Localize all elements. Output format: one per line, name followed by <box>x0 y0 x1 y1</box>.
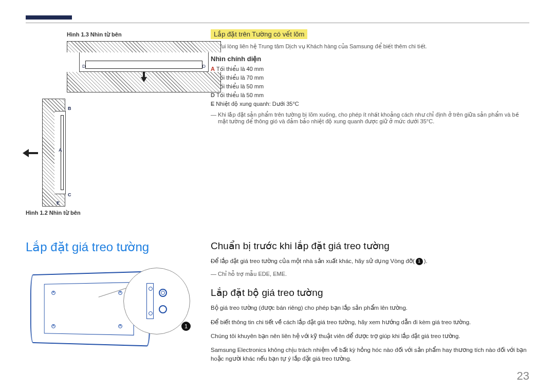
figure-caption-side: Hình 1.2 Nhìn từ bên <box>26 210 190 216</box>
tv-top-view <box>85 61 202 69</box>
zoom-detail-circle: 1 <box>123 268 190 334</box>
contact-note: Vui lòng liên hệ Trung tâm Dịch vụ Khách… <box>211 43 529 50</box>
figure-top-view: D D <box>67 41 221 92</box>
indented-wall-section: Lắp đặt trên Tường có vết lõm Vui lòng l… <box>211 29 529 219</box>
arrow-down-icon <box>141 77 147 82</box>
label-b: B <box>68 106 71 111</box>
kit-p1: Bộ giá treo tường (được bán riêng) cho p… <box>211 304 529 312</box>
label-a: A <box>59 147 62 153</box>
label-c: C <box>68 192 71 197</box>
wall-mount-right: Chuẩn bị trước khi lắp đặt giá treo tườn… <box>211 240 529 369</box>
ventilation-note: Khi lắp đặt sản phẩm trên tường bị lõm x… <box>211 111 529 125</box>
wall-mount-title: Lắp đặt giá treo tường <box>26 240 190 254</box>
support-note: Chỉ hỗ trợ mẫu EDE, EME. <box>211 271 529 277</box>
indented-wall-heading: Lắp đặt trên Tường có vết lõm <box>211 29 307 39</box>
spec-item: CTối thiểu là 50 mm <box>211 83 529 90</box>
screw-hole-icon <box>118 291 122 295</box>
recess-side <box>54 111 66 194</box>
spec-text: Tối thiểu là 40 mm <box>216 66 264 72</box>
page-number: 23 <box>517 369 529 383</box>
tv-side-view <box>61 115 64 190</box>
prep-text: Để lắp đặt giá treo tường của một nhà sả… <box>211 257 529 266</box>
prep-text-before: Để lắp đặt giá treo tường của một nhà sả… <box>211 258 415 264</box>
wall-mount-illustration: 1 <box>26 263 190 355</box>
callout-badge-1: 1 <box>181 322 191 331</box>
figure-side-view: B A C E <box>42 99 88 207</box>
figures-column: Hình 1.3 Nhìn từ bên D D B A C E Hình 1.… <box>26 29 190 219</box>
spec-text: Tối thiểu là 70 mm <box>216 74 264 81</box>
kit-heading: Lắp đặt bộ giá treo tường <box>211 287 529 298</box>
figure-caption-top: Hình 1.3 Nhìn từ bên <box>67 31 190 38</box>
upper-columns: Hình 1.3 Nhìn từ bên D D B A C E Hình 1.… <box>26 29 529 219</box>
spec-text: Tối thiểu là 50 mm <box>216 83 264 89</box>
bracket-piece-icon <box>146 283 154 319</box>
label-d-right: D <box>202 64 206 69</box>
kit-p3: Chúng tôi khuyên bạn nên liên hệ với kỹ … <box>211 332 529 341</box>
spec-item: ATối thiểu là 40 mm <box>211 66 529 72</box>
holder-ring-icon <box>159 289 167 297</box>
horizontal-rule <box>26 23 529 23</box>
prep-heading: Chuẩn bị trước khi lắp đặt giá treo tườn… <box>211 240 529 252</box>
label-d-left: D <box>82 64 86 69</box>
wall-mount-left: Lắp đặt giá treo tường 1 <box>26 240 190 369</box>
holder-ring-icon <box>159 305 167 313</box>
screw-hole-icon <box>51 291 55 295</box>
holder-ring-stack <box>159 289 167 313</box>
arrow-left-icon <box>26 150 31 155</box>
label-e: E <box>57 200 60 206</box>
kit-p4: Samsung Electronics không chịu trách nhi… <box>211 346 529 364</box>
spec-text: Nhiệt độ xung quanh: Dưới 35°C <box>216 101 299 107</box>
clearance-spec-list: ATối thiểu là 40 mm BTối thiểu là 70 mm … <box>211 66 529 107</box>
front-view-label: Nhìn chính diện <box>211 55 529 63</box>
spec-item: DTối thiểu là 50 mm <box>211 92 529 99</box>
figure-side-block: B A C E <box>26 99 190 207</box>
header-accent-bar <box>26 15 72 20</box>
prep-text-after: ). <box>424 258 428 264</box>
screw-hole-icon <box>118 324 122 328</box>
spec-item: BTối thiểu là 70 mm <box>211 74 529 81</box>
circled-number-1: 1 <box>416 258 423 265</box>
spec-key-e: E <box>211 101 214 107</box>
spec-key-d: D <box>211 92 215 98</box>
wall-mount-section: Lắp đặt giá treo tường 1 Chuẩn bị trước … <box>26 240 529 369</box>
spec-text: Tối thiểu là 50 mm <box>216 92 264 98</box>
screw-hole-icon <box>51 324 55 328</box>
kit-p2: Để biết thông tin chi tiết về cách lắp đ… <box>211 318 529 327</box>
spec-item: ENhiệt độ xung quanh: Dưới 35°C <box>211 101 529 107</box>
